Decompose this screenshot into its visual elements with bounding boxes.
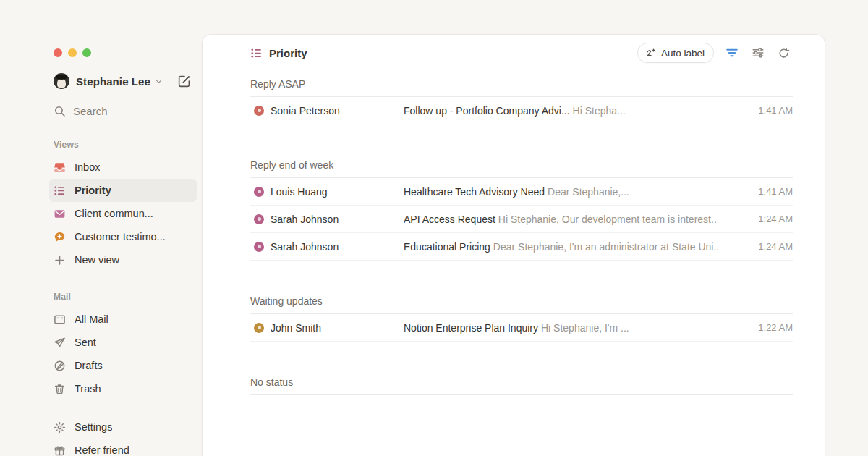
email-sender: John Smith — [271, 322, 404, 334]
email-subject: Healthcare Tech Advisory Need — [404, 186, 545, 198]
sidebar-footer-item[interactable]: Settings — [49, 415, 197, 439]
email-preview: Hi Stepha... — [573, 105, 626, 117]
sidebar-section-label: Views — [54, 140, 197, 151]
sidebar-item-label: Customer testimo... — [75, 231, 166, 242]
sidebar-item[interactable]: Priority 48 — [49, 179, 197, 202]
email-text: Educational PricingDear Stephanie, I'm a… — [404, 241, 718, 253]
group-header: Waiting updates — [250, 288, 793, 314]
sidebar-item-label: Drafts — [75, 360, 103, 371]
search-input[interactable]: Search — [54, 102, 197, 119]
sidebar-footer: Settings Refer friend — [54, 415, 197, 456]
email-time: 1:24 AM — [731, 214, 793, 224]
email-preview: Hi Stephanie, Our development team is in… — [498, 214, 718, 225]
priority-list-icon — [250, 47, 263, 59]
email-group: Waiting updates John Smith Notion Enterp… — [250, 288, 793, 342]
compose-button[interactable] — [176, 73, 192, 90]
sender-status-dot — [254, 323, 264, 333]
user-name: Stephanie Lee — [76, 75, 150, 88]
sidebar-item-icon — [54, 383, 66, 395]
email-subject: Educational Pricing — [404, 241, 490, 253]
page-title: Priority — [269, 47, 307, 59]
group-label: No status — [250, 376, 293, 388]
group-label: Waiting updates — [250, 295, 323, 307]
panel-header: Priority Auto label — [203, 35, 825, 71]
group-header: Reply end of week — [250, 152, 793, 178]
sidebar-item-icon — [54, 231, 66, 243]
email-text: Healthcare Tech Advisory NeedDear Stepha… — [404, 186, 718, 198]
refresh-icon[interactable] — [776, 46, 791, 61]
sidebar-item-label: All Mail — [75, 313, 109, 325]
search-placeholder: Search — [73, 105, 108, 117]
email-group: Reply end of week Louis Huang Healthcare… — [250, 152, 793, 261]
sidebar-item[interactable]: Inbox — [49, 156, 197, 179]
email-text: Notion Enterprise Plan InquiryHi Stephan… — [404, 322, 718, 334]
sidebar-item[interactable]: Trash — [49, 377, 197, 400]
email-subject: Notion Enterprise Plan Inquiry — [404, 322, 538, 334]
email-time: 1:24 AM — [731, 241, 793, 252]
sidebar-item[interactable]: Drafts — [49, 354, 197, 377]
email-preview: Dear Stephanie, I'm an administrator at … — [493, 241, 718, 253]
email-row[interactable]: Sarah Johnson Educational PricingDear St… — [250, 233, 793, 261]
sidebar-item[interactable]: Sent — [49, 331, 197, 354]
email-sender: Sarah Johnson — [271, 214, 404, 225]
sidebar: Stephanie Lee Search Views — [0, 0, 203, 456]
email-time: 1:41 AM — [731, 105, 793, 116]
sender-status-dot — [254, 106, 264, 116]
email-time: 1:41 AM — [731, 186, 793, 197]
sidebar-item-icon — [54, 161, 66, 174]
auto-label-text: Auto label — [661, 48, 705, 59]
sidebar-item-label: Inbox — [75, 161, 100, 173]
email-group: Reply ASAP Sonia Peterson Follow up - Po… — [250, 71, 793, 124]
group-header: No status — [250, 369, 793, 395]
user-avatar — [54, 73, 69, 89]
sender-status-dot — [254, 214, 264, 224]
email-subject: API Access Request — [404, 214, 495, 225]
email-sender: Sarah Johnson — [271, 241, 404, 253]
sidebar-footer-label: Settings — [75, 421, 112, 433]
window-control-dot[interactable] — [54, 48, 62, 57]
email-preview: Hi Stephanie, I'm ... — [541, 322, 629, 334]
sender-status-dot — [254, 242, 264, 252]
sidebar-item-label: New view — [75, 254, 119, 266]
email-groups: Reply ASAP Sonia Peterson Follow up - Po… — [203, 71, 825, 395]
group-header: Reply ASAP — [250, 71, 793, 97]
search-icon — [54, 105, 66, 117]
sidebar-item-icon — [54, 313, 66, 326]
sidebar-footer-icon — [54, 444, 66, 456]
email-sender: Sonia Peterson — [271, 105, 404, 117]
email-sender: Louis Huang — [271, 186, 404, 198]
email-text: API Access RequestHi Stephanie, Our deve… — [404, 214, 718, 225]
group-label: Reply ASAP — [250, 78, 305, 90]
email-group: No status — [250, 369, 793, 395]
display-settings-icon[interactable] — [750, 45, 766, 61]
email-row[interactable]: Louis Huang Healthcare Tech Advisory Nee… — [250, 178, 793, 206]
sidebar-item-icon — [54, 208, 66, 220]
sidebar-item-icon — [54, 254, 66, 266]
sidebar-item[interactable]: Client commun... 3 — [49, 202, 197, 225]
account-switcher[interactable]: Stephanie Lee — [54, 72, 192, 90]
sidebar-item-label: Priority — [75, 185, 111, 196]
sidebar-item[interactable]: All Mail — [49, 308, 197, 331]
sidebar-item-label: Client commun... — [75, 208, 153, 219]
filter-icon[interactable] — [724, 45, 740, 61]
sidebar-item-icon — [54, 360, 66, 372]
window-controls — [54, 48, 197, 57]
email-time: 1:22 AM — [731, 322, 793, 333]
sidebar-footer-label: Refer friend — [75, 444, 129, 456]
sidebar-item[interactable]: New view — [49, 248, 197, 271]
sidebar-item-icon — [54, 337, 66, 349]
window-control-dot[interactable] — [82, 48, 91, 57]
auto-label-button[interactable]: Auto label — [637, 43, 714, 63]
sidebar-footer-item[interactable]: Refer friend — [49, 439, 197, 456]
sidebar-item[interactable]: Customer testimo... — [49, 225, 197, 248]
email-row[interactable]: John Smith Notion Enterprise Plan Inquir… — [250, 314, 793, 342]
window-control-dot[interactable] — [68, 48, 77, 57]
email-row[interactable]: Sarah Johnson API Access RequestHi Steph… — [250, 206, 793, 233]
email-subject: Follow up - Portfolio Company Advi... — [404, 105, 570, 117]
email-text: Follow up - Portfolio Company Advi...Hi … — [404, 105, 718, 117]
sidebar-section-label: Mail — [54, 292, 197, 303]
email-row[interactable]: Sonia Peterson Follow up - Portfolio Com… — [250, 97, 793, 124]
group-label: Reply end of week — [250, 159, 333, 171]
chevron-down-icon — [155, 77, 163, 85]
sidebar-section: Mail All Mail Sent — [54, 292, 197, 400]
